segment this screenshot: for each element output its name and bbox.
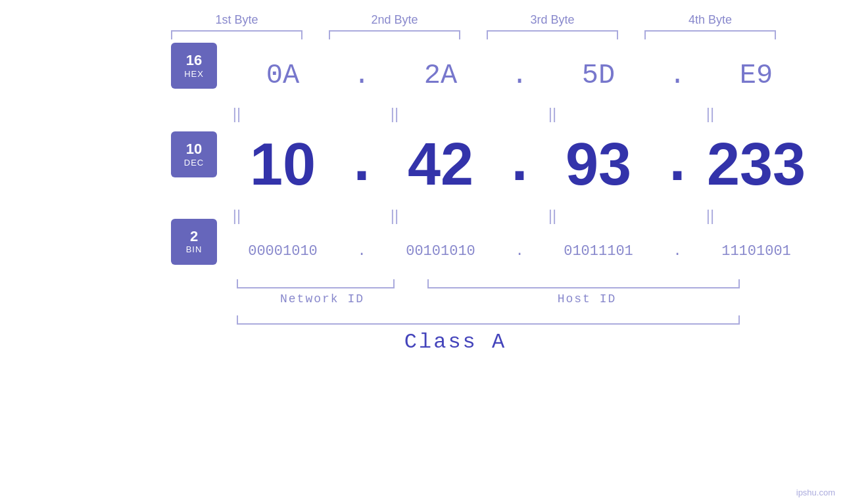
bin-byte4: 11101001 [721, 243, 791, 260]
bin-dot1: . [357, 243, 366, 260]
hex-dot3: . [669, 60, 685, 91]
byte3-header: 3rd Byte [487, 13, 618, 27]
network-id-label: Network ID [280, 292, 364, 306]
hex-byte4: E9 [740, 60, 773, 91]
bin-badge: 2 BIN [171, 219, 217, 265]
hex-base-label: HEX [184, 69, 204, 79]
dec-dot3: . [660, 131, 695, 198]
hex-byte2: 2A [424, 60, 457, 91]
byte2-bracket [329, 30, 460, 39]
dec-dot1: . [344, 131, 379, 198]
byte2-header: 2nd Byte [329, 13, 460, 27]
bin-byte3: 01011101 [564, 243, 633, 260]
hex-dot2: . [511, 60, 527, 91]
byte3-bracket [487, 30, 618, 39]
hex-dot1: . [353, 60, 370, 91]
bin-byte1: 00001010 [248, 243, 318, 260]
byte1-header: 1st Byte [171, 13, 302, 27]
dec-dot2: . [502, 131, 537, 198]
hex-badge: 16 HEX [171, 43, 217, 89]
hex-byte3: 5D [582, 60, 615, 91]
hex-base-number: 16 [186, 53, 202, 68]
byte4-header: 4th Byte [644, 13, 776, 27]
equals1-b4: || [706, 104, 714, 123]
equals2-b3: || [548, 206, 556, 225]
dec-byte2: 42 [408, 131, 473, 198]
class-bracket [237, 315, 740, 325]
dec-byte4: 233 [707, 131, 806, 198]
equals1-b2: || [391, 104, 398, 123]
equals1-b3: || [548, 104, 556, 123]
equals2-b1: || [233, 206, 241, 225]
equals2-b4: || [706, 206, 714, 225]
bin-dot2: . [515, 243, 523, 260]
equals2-b2: || [391, 206, 398, 225]
bin-dot3: . [673, 243, 681, 260]
hex-byte1: 0A [266, 60, 299, 91]
dec-base-label: DEC [184, 158, 204, 168]
watermark: ipshu.com [796, 488, 835, 497]
host-id-bracket [427, 279, 740, 288]
host-id-label: Host ID [558, 292, 617, 306]
class-label: Class A [404, 330, 506, 354]
byte4-bracket [644, 30, 776, 39]
dec-byte3: 93 [566, 131, 631, 198]
byte1-bracket [171, 30, 302, 39]
dec-base-number: 10 [186, 141, 202, 157]
bin-base-label: BIN [186, 244, 203, 254]
equals1-b1: || [233, 104, 241, 123]
dec-badge: 10 DEC [171, 131, 217, 177]
bin-byte2: 00101010 [406, 243, 475, 260]
page-container: 1st Byte 2nd Byte 3rd Byte 4th Byte 16 H… [0, 0, 845, 504]
dec-byte1: 10 [250, 131, 316, 198]
bin-base-number: 2 [190, 229, 198, 244]
network-id-bracket [237, 279, 395, 288]
